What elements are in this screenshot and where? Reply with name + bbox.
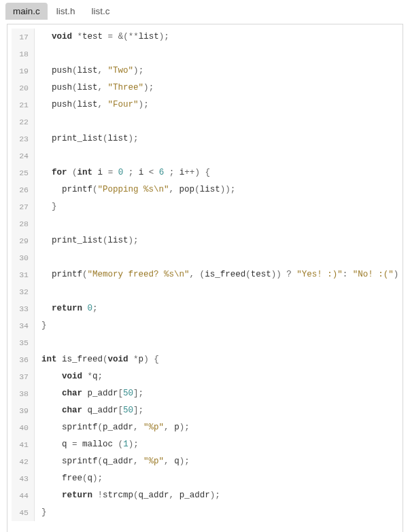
tab-main-c[interactable]: main.c	[5, 3, 48, 20]
line-number: 29	[12, 232, 35, 249]
line-number: 45	[12, 504, 35, 521]
code-line[interactable]: 25 for (int i = 0 ; i < 6 ; i++) {	[12, 164, 398, 181]
line-number: 42	[12, 453, 35, 470]
line-number: 26	[12, 181, 35, 198]
code-content[interactable]: char p_addr[50];	[35, 385, 143, 402]
line-number: 39	[12, 402, 35, 419]
code-line[interactable]: 45}	[12, 504, 398, 521]
code-editor[interactable]: 17 void *test = &(**list);18 19 push(lis…	[12, 29, 398, 531]
code-line[interactable]: 43 free(q);	[12, 470, 398, 487]
code-content[interactable]: push(list, "Three");	[35, 79, 154, 96]
code-line[interactable]: 30	[12, 249, 398, 266]
line-number: 18	[12, 46, 35, 63]
line-number: 23	[12, 130, 35, 147]
code-line[interactable]: 19 push(list, "Two");	[12, 63, 398, 79]
code-line[interactable]: 21 push(list, "Four");	[12, 96, 398, 113]
code-line[interactable]: 17 void *test = &(**list);	[12, 29, 398, 46]
code-content[interactable]: return !strcmp(q_addr, p_addr);	[35, 487, 220, 504]
line-number: 17	[12, 29, 35, 46]
code-content[interactable]: }	[35, 198, 57, 215]
line-number: 38	[12, 385, 35, 402]
code-line[interactable]: 36int is_freed(void *p) {	[12, 351, 398, 368]
line-number: 41	[12, 436, 35, 453]
code-content[interactable]: int is_freed(void *p) {	[35, 351, 159, 368]
code-line[interactable]: 44 return !strcmp(q_addr, p_addr);	[12, 487, 398, 504]
line-number: 22	[12, 113, 35, 130]
code-content[interactable]: for (int i = 0 ; i < 6 ; i++) {	[35, 164, 210, 181]
code-content[interactable]	[35, 334, 47, 351]
editor-container: 17 void *test = &(**list);18 19 push(lis…	[7, 24, 403, 532]
code-content[interactable]: printf("Popping %s\n", pop(list));	[35, 181, 235, 198]
code-content[interactable]	[35, 283, 47, 300]
code-content[interactable]: print_list(list);	[35, 130, 139, 147]
code-content[interactable]	[35, 113, 47, 130]
line-number: 40	[12, 419, 35, 436]
code-line[interactable]: 29 print_list(list);	[12, 232, 398, 249]
line-number: 36	[12, 351, 35, 368]
code-content[interactable]: }	[35, 504, 47, 521]
code-line[interactable]: 28	[12, 215, 398, 232]
code-content[interactable]: sprintf(q_addr, "%p", q);	[35, 453, 190, 470]
line-number: 34	[12, 317, 35, 334]
tab-bar: main.clist.hlist.c	[0, 0, 410, 20]
code-line[interactable]: 41 q = malloc (1);	[12, 436, 398, 453]
code-content[interactable]: void *test = &(**list);	[35, 29, 169, 46]
code-line[interactable]: 23 print_list(list);	[12, 130, 398, 147]
line-number: 28	[12, 215, 35, 232]
code-line[interactable]: 26 printf("Popping %s\n", pop(list));	[12, 181, 398, 198]
code-line[interactable]: 37 void *q;	[12, 368, 398, 385]
line-number: 24	[12, 147, 35, 164]
tab-list-h[interactable]: list.h	[49, 3, 83, 20]
code-line[interactable]: 32	[12, 283, 398, 300]
line-number: 20	[12, 79, 35, 96]
code-line[interactable]: 24	[12, 147, 398, 164]
line-number: 27	[12, 198, 35, 215]
code-content[interactable]: print_list(list);	[35, 232, 139, 249]
code-line[interactable]: 34}	[12, 317, 398, 334]
code-content[interactable]: }	[35, 317, 47, 334]
code-line[interactable]: 38 char p_addr[50];	[12, 385, 398, 402]
code-content[interactable]: printf("Memory freed? %s\n", (is_freed(t…	[35, 266, 398, 283]
code-line[interactable]: 18	[12, 46, 398, 63]
code-line[interactable]: 40 sprintf(p_addr, "%p", p);	[12, 419, 398, 436]
line-number: 30	[12, 249, 35, 266]
code-content[interactable]: void *q;	[35, 368, 103, 385]
line-number: 32	[12, 283, 35, 300]
line-number: 35	[12, 334, 35, 351]
code-content[interactable]: char q_addr[50];	[35, 402, 143, 419]
code-content[interactable]: sprintf(p_addr, "%p", p);	[35, 419, 190, 436]
line-number: 43	[12, 470, 35, 487]
code-line[interactable]: 20 push(list, "Three");	[12, 79, 398, 96]
code-line[interactable]: 22	[12, 113, 398, 130]
code-line[interactable]: 33 return 0;	[12, 300, 398, 317]
code-content[interactable]: q = malloc (1);	[35, 436, 139, 453]
line-number: 31	[12, 266, 35, 283]
line-number: 33	[12, 300, 35, 317]
tab-list-c[interactable]: list.c	[84, 3, 118, 20]
code-line[interactable]: 31 printf("Memory freed? %s\n", (is_free…	[12, 266, 398, 283]
code-content[interactable]: return 0;	[35, 300, 98, 317]
line-number: 19	[12, 63, 35, 79]
code-content[interactable]: free(q);	[35, 470, 103, 487]
code-line[interactable]: 39 char q_addr[50];	[12, 402, 398, 419]
code-content[interactable]: push(list, "Four");	[35, 96, 149, 113]
line-number: 25	[12, 164, 35, 181]
code-content[interactable]	[35, 215, 47, 232]
code-content[interactable]	[35, 147, 47, 164]
code-line[interactable]: 35	[12, 334, 398, 351]
code-line[interactable]: 42 sprintf(q_addr, "%p", q);	[12, 453, 398, 470]
code-content[interactable]: push(list, "Two");	[35, 63, 143, 79]
code-line[interactable]: 27 }	[12, 198, 398, 215]
line-number: 37	[12, 368, 35, 385]
line-number: 21	[12, 96, 35, 113]
code-content[interactable]	[35, 249, 47, 266]
line-number: 44	[12, 487, 35, 504]
code-content[interactable]	[35, 46, 47, 63]
